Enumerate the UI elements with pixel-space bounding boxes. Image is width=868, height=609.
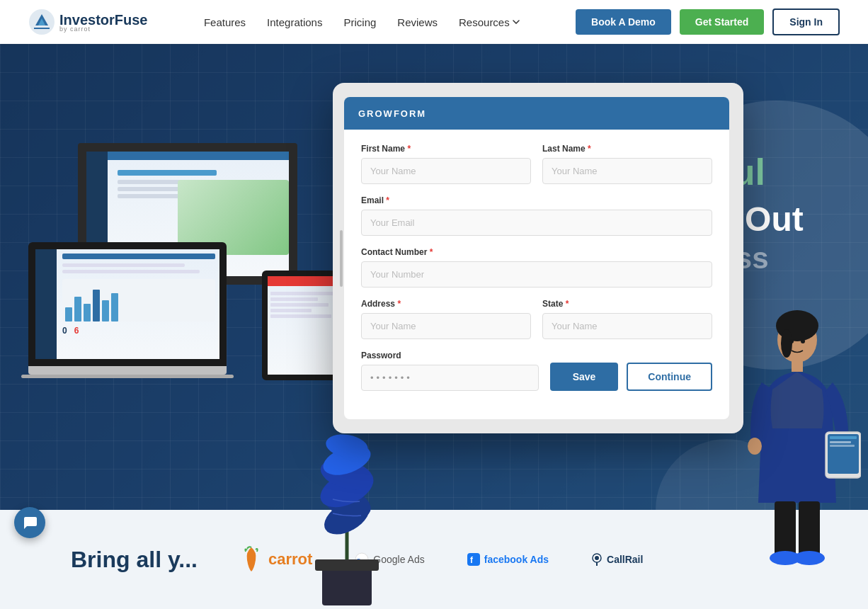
growform-header: GROWFORM: [344, 97, 729, 130]
form-actions: Save Continue: [550, 363, 712, 391]
facebook-icon: f: [467, 553, 480, 566]
last-name-input[interactable]: [542, 158, 712, 184]
facebook-ads-logo: f facebook Ads: [467, 553, 549, 566]
callrail-text: CallRail: [607, 554, 643, 565]
svg-rect-12: [792, 358, 803, 372]
nav-resources[interactable]: Resources: [459, 16, 520, 28]
address-input[interactable]: [361, 313, 531, 339]
address-group: Address *: [361, 299, 531, 339]
bring-text: Bring all y...: [71, 547, 198, 573]
svg-point-24: [801, 339, 805, 343]
form-row-email: Email *: [361, 195, 712, 236]
first-name-input[interactable]: [361, 158, 531, 184]
contact-input[interactable]: [361, 261, 712, 288]
last-name-group: Last Name *: [542, 144, 712, 184]
nav-features[interactable]: Features: [204, 16, 246, 28]
carrot-icon: [240, 546, 263, 573]
screen-content-tablet: [268, 276, 341, 375]
growform-title: GROWFORM: [358, 108, 426, 119]
laptop: 0 6: [28, 242, 227, 378]
state-input[interactable]: [542, 313, 712, 339]
laptop-bottom: [21, 375, 234, 378]
svg-point-11: [781, 329, 792, 358]
last-name-label: Last Name *: [542, 144, 712, 154]
email-input[interactable]: [361, 210, 712, 236]
facebook-ads-text: facebook Ads: [484, 554, 549, 565]
email-group: Email *: [361, 195, 712, 236]
email-label: Email *: [361, 195, 712, 205]
screen-content-laptop: 0 6: [35, 249, 219, 359]
svg-rect-20: [799, 501, 820, 558]
address-label: Address *: [361, 299, 531, 309]
laptop-sidebar: [35, 249, 57, 359]
save-button[interactable]: Save: [550, 363, 619, 391]
nav-pricing[interactable]: Pricing: [343, 16, 376, 28]
first-name-label: First Name *: [361, 144, 531, 154]
nav-reviews[interactable]: Reviews: [397, 16, 438, 28]
navbar: InvestorFuse by carrot Features Integrat…: [0, 0, 868, 44]
password-group: Password: [361, 351, 539, 391]
password-input[interactable]: [361, 365, 539, 391]
laptop-screen: 0 6: [28, 242, 227, 366]
tablet-content: [268, 289, 341, 323]
person-svg: [733, 304, 861, 574]
nav-integrations[interactable]: Integrations: [267, 16, 322, 28]
svg-rect-14: [828, 434, 859, 474]
contact-label: Contact Number *: [361, 247, 712, 257]
person-illustration: [733, 304, 861, 574]
callrail-logo: CallRail: [591, 552, 643, 567]
svg-rect-17: [830, 445, 855, 447]
growform-tablet: GROWFORM First Name * Last Na: [333, 83, 743, 433]
hero-section: Business is Stressful Take the Guess Wor…: [0, 44, 868, 609]
book-demo-button[interactable]: Book A Demo: [576, 9, 671, 35]
svg-point-30: [595, 556, 599, 560]
svg-point-22: [794, 551, 825, 565]
chevron-down-icon: [513, 20, 520, 24]
svg-rect-16: [830, 441, 851, 443]
chat-icon: [22, 515, 38, 530]
growform-form: GROWFORM First Name * Last Na: [344, 97, 729, 419]
navbar-actions: Book A Demo Get Started Sign In: [576, 8, 840, 35]
get-started-button[interactable]: Get Started: [680, 9, 764, 35]
contact-group: Contact Number *: [361, 247, 712, 288]
form-row-address: Address * State *: [361, 299, 712, 339]
svg-point-23: [789, 339, 794, 343]
logo[interactable]: InvestorFuse by carrot: [28, 8, 147, 35]
form-row-password: Password Save Continue: [361, 351, 712, 391]
state-label: State *: [542, 299, 712, 309]
laptop-base-hinge: [28, 366, 227, 375]
navbar-links: Features Integrations Pricing Reviews Re…: [204, 16, 520, 28]
growform-body: First Name * Last Name *: [344, 130, 729, 419]
svg-rect-1: [322, 567, 372, 605]
svg-rect-19: [775, 501, 796, 558]
laptop-content: 0 6: [58, 249, 219, 340]
svg-rect-27: [467, 553, 480, 566]
password-label: Password: [361, 351, 539, 360]
state-group: State *: [542, 299, 712, 339]
form-row-name: First Name * Last Name *: [361, 144, 712, 184]
growform-overlay: GROWFORM First Name * Last Na: [333, 83, 743, 433]
tablet-side-bar: [340, 230, 343, 287]
first-name-group: First Name *: [361, 144, 531, 184]
logo-icon: [28, 8, 55, 35]
svg-point-18: [748, 438, 762, 455]
svg-rect-15: [830, 436, 857, 439]
svg-rect-2: [315, 559, 379, 571]
callrail-icon: [591, 552, 603, 567]
continue-button[interactable]: Continue: [627, 363, 712, 391]
sign-in-button[interactable]: Sign In: [772, 8, 840, 35]
chat-widget[interactable]: [14, 507, 45, 538]
form-row-contact: Contact Number *: [361, 247, 712, 288]
